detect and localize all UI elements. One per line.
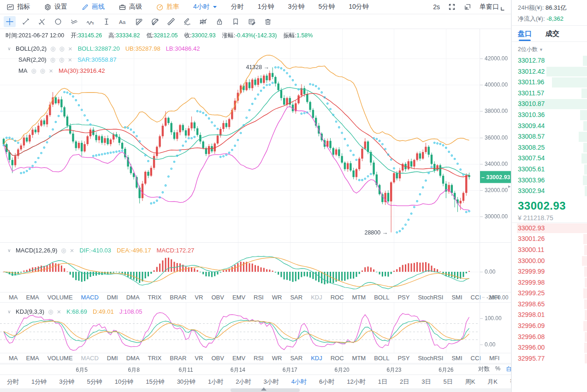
timeframe-分时[interactable]: 分时 xyxy=(7,378,19,386)
ask-row[interactable]: 33011.96 xyxy=(512,77,587,88)
indicator-tab-dmi[interactable]: DMI xyxy=(103,294,122,301)
timeframe-3日[interactable]: 3日 xyxy=(421,378,431,386)
bid-row[interactable]: 32996.00 xyxy=(512,342,587,353)
lock-icon[interactable] xyxy=(213,16,225,27)
pattern-icon[interactable] xyxy=(197,16,209,27)
visibility-icon[interactable]: ◎ xyxy=(50,46,55,52)
ask-row[interactable]: 33009.44 xyxy=(512,121,587,132)
ask-row[interactable]: 33012.42 xyxy=(512,66,587,77)
ellipse-icon[interactable] xyxy=(52,16,64,27)
indicator-tab-psy[interactable]: PSY xyxy=(393,355,414,362)
indicator-tab-obv[interactable]: OBV xyxy=(207,355,228,362)
menu-item-8[interactable]: 1分钟 xyxy=(258,3,274,11)
menu-item-11[interactable]: 10分钟 xyxy=(349,3,369,11)
timeframe-4小时[interactable]: 4小时 xyxy=(291,378,307,386)
main-chart-canvas[interactable] xyxy=(0,29,511,374)
timeframe-10分钟[interactable]: 10分钟 xyxy=(115,378,133,386)
indicator-tab-kdj[interactable]: KDJ xyxy=(307,355,326,362)
timeframe-月K[interactable]: 月K xyxy=(487,378,498,386)
parallel-lines-icon[interactable] xyxy=(68,16,80,27)
window-mode-button[interactable]: 单窗口 xyxy=(480,3,504,11)
bid-row[interactable]: 32998.65 xyxy=(512,299,587,310)
precision-selector[interactable]: 2位小数 ▼ xyxy=(512,42,587,55)
timeframe-1日[interactable]: 1日 xyxy=(378,378,387,386)
menu-item-1[interactable]: 指标 xyxy=(6,3,30,11)
timeframe-6小时[interactable]: 6小时 xyxy=(319,378,334,386)
indicator-tab-smi[interactable]: SMI xyxy=(447,294,466,301)
price-range-icon[interactable] xyxy=(101,16,113,27)
ruler-icon[interactable] xyxy=(165,16,177,27)
text-icon[interactable]: Aa xyxy=(117,16,129,27)
indicator-tab-ma[interactable]: MA xyxy=(5,355,22,362)
indicator-tab-dma[interactable]: DMA xyxy=(122,294,144,301)
trash-icon[interactable] xyxy=(262,16,274,27)
bid-row[interactable]: 33000.00 xyxy=(512,256,587,267)
timeframe-1小时[interactable]: 1小时 xyxy=(208,378,223,386)
bid-row[interactable]: 32996.08 xyxy=(512,332,587,343)
indicator-tab-boll[interactable]: BOLL xyxy=(370,294,393,301)
indicator-tab-wr[interactable]: WR xyxy=(268,294,286,301)
fullscreen-icon[interactable] xyxy=(448,3,456,11)
indicator-tab-trix[interactable]: TRIX xyxy=(144,294,166,301)
indicator-tab-emv[interactable]: EMV xyxy=(228,355,249,362)
scale-option-log[interactable]: 对数 xyxy=(478,365,490,373)
close-icon[interactable]: × xyxy=(68,56,72,63)
ruler-circle-icon[interactable] xyxy=(149,16,161,27)
trend-line-icon[interactable] xyxy=(20,16,32,27)
settings-icon[interactable]: ◎ xyxy=(59,57,64,63)
indicator-tab-brar[interactable]: BRAR xyxy=(166,355,190,362)
menu-item-2[interactable]: 设置 xyxy=(44,3,67,11)
ask-row[interactable]: 33010.36 xyxy=(512,110,587,121)
indicator-tab-volume[interactable]: VOLUME xyxy=(43,355,77,362)
bookmark-icon[interactable] xyxy=(230,16,242,27)
close-icon[interactable]: × xyxy=(49,67,53,74)
note-icon[interactable] xyxy=(246,16,258,27)
bid-row[interactable]: 32999.25 xyxy=(512,288,587,299)
indicator-tab-smi[interactable]: SMI xyxy=(447,355,466,362)
indicator-tab-trix[interactable]: TRIX xyxy=(144,355,166,362)
bid-row[interactable]: 32998.01 xyxy=(512,310,587,321)
close-icon[interactable]: × xyxy=(68,45,72,52)
timeframe-12小时[interactable]: 12小时 xyxy=(347,378,365,386)
ruler-square-icon[interactable] xyxy=(133,16,145,27)
crosshair-icon[interactable] xyxy=(4,16,16,27)
scale-option-percent[interactable]: % xyxy=(495,365,500,373)
refresh-interval[interactable]: 2s xyxy=(433,3,440,11)
timeframe-15分钟[interactable]: 15分钟 xyxy=(146,378,164,386)
chevron-down-icon[interactable]: ∨ xyxy=(6,248,12,253)
indicator-tab-boll[interactable]: BOLL xyxy=(370,355,393,362)
scrollbar-expand-arrow-icon[interactable] xyxy=(261,387,267,391)
timeframe-1分钟[interactable]: 1分钟 xyxy=(31,378,47,386)
close-icon[interactable]: × xyxy=(70,247,74,254)
ask-row[interactable]: 33008.57 xyxy=(512,131,587,142)
indicator-tab-kdj[interactable]: KDJ xyxy=(307,294,326,301)
timeframe-5日[interactable]: 5日 xyxy=(443,378,452,386)
ask-row[interactable]: 33011.57 xyxy=(512,88,587,99)
ask-row[interactable]: 33010.87 xyxy=(512,99,587,110)
ask-row[interactable]: 33003.96 xyxy=(512,175,587,186)
indicator-tab-roc[interactable]: ROC xyxy=(326,294,348,301)
close-icon[interactable]: × xyxy=(57,308,61,315)
tab-trades[interactable]: 成交 xyxy=(545,29,559,41)
menu-item-6[interactable]: 4小时 xyxy=(193,3,217,11)
settings-icon[interactable]: ◎ xyxy=(59,46,65,52)
timeframe-2日[interactable]: 2日 xyxy=(400,378,409,386)
menu-item-3[interactable]: 画线 xyxy=(81,3,105,11)
timeframe-30分钟[interactable]: 30分钟 xyxy=(177,378,196,386)
indicator-tab-dmi[interactable]: DMI xyxy=(103,355,122,362)
timeframe-3分钟[interactable]: 3分钟 xyxy=(59,378,74,386)
ask-row[interactable]: 33008.25 xyxy=(512,142,587,153)
visibility-icon[interactable]: ◎ xyxy=(31,68,36,74)
menu-item-9[interactable]: 3分钟 xyxy=(288,3,305,11)
indicator-tab-volume[interactable]: VOLUME xyxy=(43,294,77,301)
ask-row[interactable]: 33012.78 xyxy=(512,55,587,66)
indicator-tab-psy[interactable]: PSY xyxy=(393,294,414,301)
indicator-tab-sar[interactable]: SAR xyxy=(286,294,307,301)
horizontal-scrollbar[interactable] xyxy=(0,388,531,392)
bid-row[interactable]: 32996.09 xyxy=(512,321,587,332)
indicator-tab-obv[interactable]: OBV xyxy=(207,294,228,301)
brush-wave-icon[interactable] xyxy=(181,16,193,27)
bid-row[interactable]: 32999.98 xyxy=(512,277,587,288)
bid-row[interactable]: 33000.11 xyxy=(512,245,587,256)
tab-order-book[interactable]: 盘口 xyxy=(518,29,532,41)
